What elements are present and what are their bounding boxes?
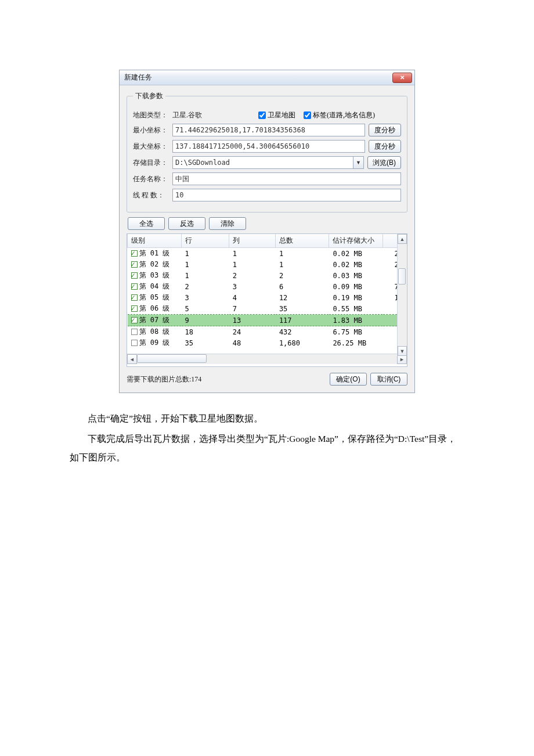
levels-table-container: 级别 行 列 总数 估计存储大小 第 01 级1110.02 MB25第 02 … [127, 233, 407, 367]
col-level[interactable]: 级别 [128, 234, 182, 248]
groupbox-legend: 下载参数 [133, 91, 165, 101]
table-row[interactable]: 第 02 级1110.02 MB25 [128, 259, 407, 270]
titlebar[interactable]: 新建任务 ✕ [120, 70, 414, 85]
invert-select-button[interactable]: 反选 [168, 217, 205, 230]
table-row[interactable]: 第 04 级2360.09 MB70 [128, 281, 407, 292]
save-dir-label: 存储目录： [133, 158, 172, 168]
task-name-label: 任务名称： [133, 174, 172, 184]
task-name-input[interactable] [172, 172, 401, 185]
new-task-dialog: 新建任务 ✕ 下载参数 地图类型： 卫星.谷歌 卫星地图 标签(道路,地名信息) [119, 70, 415, 393]
cancel-button[interactable]: 取消(C) [370, 373, 407, 386]
scroll-left-icon[interactable]: ◄ [127, 354, 137, 364]
ok-button[interactable]: 确定(O) [330, 373, 367, 386]
table-row[interactable]: 第 06 级57350.55 MB1 [128, 303, 407, 315]
col-size[interactable]: 估计存储大小 [329, 234, 383, 248]
col-row[interactable]: 行 [181, 234, 229, 248]
row-checkbox[interactable] [131, 272, 138, 279]
col-total[interactable]: 总数 [275, 234, 329, 248]
map-type-value: 卫星.谷歌 [172, 110, 250, 120]
download-count: 需要下载的图片总数:174 [127, 375, 326, 384]
max-coord-label: 最大坐标： [133, 142, 172, 152]
row-checkbox[interactable] [131, 340, 138, 346]
scroll-down-icon[interactable]: ▼ [398, 346, 407, 356]
table-row[interactable]: 第 08 级18244326.75 MB6 [128, 326, 407, 338]
table-row[interactable]: 第 09 级35481,68026.25 MB1 [128, 337, 407, 348]
row-checkbox[interactable] [131, 329, 138, 335]
v-scroll-thumb[interactable] [398, 268, 406, 285]
dialog-title: 新建任务 [124, 73, 392, 82]
levels-table[interactable]: 级别 行 列 总数 估计存储大小 第 01 级1110.02 MB25第 02 … [127, 234, 407, 348]
labels-checkbox[interactable]: 标签(道路,地名信息) [304, 110, 375, 120]
close-button[interactable]: ✕ [392, 73, 412, 83]
download-params-group: 下载参数 地图类型： 卫星.谷歌 卫星地图 标签(道路,地名信息) 最小坐标： [127, 91, 407, 213]
satellite-map-checkbox-input[interactable] [258, 111, 266, 119]
table-row[interactable]: 第 07 级9131171.83 MB3 [128, 315, 407, 326]
col-col[interactable]: 列 [229, 234, 275, 248]
min-coord-label: 最小坐标： [133, 125, 172, 135]
h-scroll-thumb[interactable] [137, 354, 207, 363]
dms-button-1[interactable]: 度分秒 [369, 124, 401, 136]
threads-label: 线 程 数： [133, 190, 172, 200]
threads-input[interactable] [172, 189, 401, 201]
horizontal-scrollbar[interactable]: ◄ ► [127, 354, 407, 364]
select-all-button[interactable]: 全选 [128, 217, 165, 230]
min-coord-input[interactable] [172, 124, 365, 136]
row-checkbox[interactable] [131, 283, 138, 290]
row-checkbox[interactable] [131, 250, 138, 257]
save-dir-input[interactable] [172, 156, 364, 169]
row-checkbox[interactable] [131, 305, 138, 312]
scroll-up-icon[interactable]: ▲ [398, 234, 407, 244]
table-row[interactable]: 第 03 级1220.03 MB5 [128, 270, 407, 281]
max-coord-input[interactable] [172, 140, 365, 153]
labels-checkbox-input[interactable] [304, 111, 311, 119]
vertical-scrollbar[interactable]: ▲ ▼ [397, 234, 407, 356]
table-row[interactable]: 第 05 级34120.19 MB10 [128, 292, 407, 303]
browse-button[interactable]: 浏览(B) [367, 156, 401, 169]
row-checkbox[interactable] [131, 294, 138, 301]
doc-paragraph-2: 下载完成后导出瓦片数据，选择导出类型为“瓦片:Google Map”，保存路径为… [70, 430, 464, 467]
doc-paragraph-1: 点击“确定”按钮，开始下载卫星地图数据。 [70, 409, 464, 429]
table-row[interactable]: 第 01 级1110.02 MB25 [128, 248, 407, 260]
clear-button[interactable]: 清除 [209, 217, 246, 230]
map-type-label: 地图类型： [133, 110, 172, 120]
row-checkbox[interactable] [131, 261, 138, 268]
dms-button-2[interactable]: 度分秒 [369, 140, 401, 153]
row-checkbox[interactable] [131, 317, 138, 323]
satellite-map-checkbox[interactable]: 卫星地图 [258, 110, 295, 120]
